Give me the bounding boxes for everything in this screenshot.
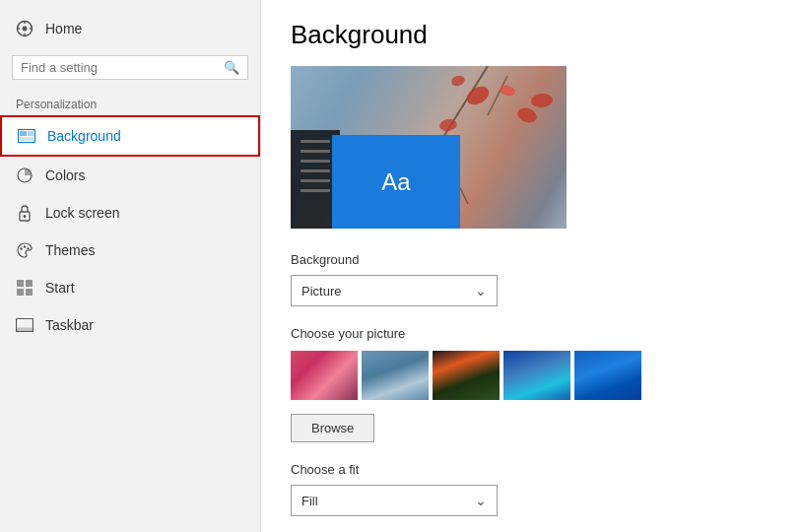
lock-icon <box>16 204 33 222</box>
taskbar-line <box>301 169 330 172</box>
svg-rect-18 <box>17 289 24 296</box>
svg-rect-17 <box>26 280 33 287</box>
taskbar-line <box>301 179 330 182</box>
taskbar-line <box>301 189 330 192</box>
svg-point-1 <box>23 27 28 32</box>
sidebar-item-background[interactable]: Background <box>0 115 260 157</box>
fit-label: Choose a fit <box>291 462 772 477</box>
background-dropdown-value: Picture <box>301 284 341 299</box>
search-input[interactable] <box>21 60 218 75</box>
search-icon: 🔍 <box>224 60 239 75</box>
section-label: Personalization <box>0 88 260 115</box>
svg-rect-16 <box>17 280 24 287</box>
sidebar-item-taskbar-label: Taskbar <box>45 317 94 333</box>
svg-point-15 <box>27 247 29 249</box>
sidebar-item-start-label: Start <box>45 280 75 296</box>
fit-dropdown[interactable]: Fill ⌄ <box>291 485 498 516</box>
svg-line-25 <box>488 76 507 115</box>
sidebar-item-lock-screen[interactable]: Lock screen <box>0 194 260 232</box>
svg-rect-9 <box>20 137 33 141</box>
chevron-down-icon: ⌄ <box>475 283 487 299</box>
sidebar-item-colors-label: Colors <box>45 167 85 183</box>
svg-point-13 <box>20 247 22 249</box>
svg-point-31 <box>530 93 553 108</box>
chevron-down-icon-fit: ⌄ <box>475 493 487 508</box>
svg-point-29 <box>499 84 516 98</box>
picture-thumbnail-3[interactable] <box>433 351 500 400</box>
svg-rect-21 <box>17 328 33 332</box>
themes-icon <box>16 241 33 259</box>
start-icon <box>16 279 33 297</box>
background-field-label: Background <box>291 252 772 267</box>
sidebar-item-home[interactable]: Home <box>0 10 260 47</box>
choose-picture-label: Choose your picture <box>291 326 772 341</box>
sidebar: Home 🔍 Personalization Background Colors <box>0 0 261 532</box>
sidebar-item-background-label: Background <box>47 128 121 144</box>
background-preview: Aa <box>291 66 567 229</box>
background-icon <box>18 127 35 145</box>
svg-point-27 <box>515 105 539 125</box>
svg-point-26 <box>464 83 493 108</box>
taskbar-line <box>301 140 330 143</box>
sidebar-item-lock-screen-label: Lock screen <box>45 205 119 221</box>
picture-thumbnail-2[interactable] <box>362 351 429 400</box>
taskbar-line <box>301 160 330 163</box>
main-content: Background <box>261 0 802 532</box>
sidebar-item-themes[interactable]: Themes <box>0 232 260 269</box>
sidebar-item-start[interactable]: Start <box>0 269 260 306</box>
preview-aa-text: Aa <box>381 168 410 196</box>
preview-window: Aa <box>332 135 460 229</box>
svg-rect-7 <box>20 131 27 136</box>
home-label: Home <box>45 21 82 36</box>
picture-grid <box>291 351 772 400</box>
page-title: Background <box>291 20 772 50</box>
sidebar-item-colors[interactable]: Colors <box>0 157 260 194</box>
picture-thumbnail-5[interactable] <box>574 351 641 400</box>
background-dropdown[interactable]: Picture ⌄ <box>291 275 498 306</box>
svg-rect-19 <box>26 289 33 296</box>
sidebar-item-taskbar[interactable]: Taskbar <box>0 306 260 344</box>
svg-rect-8 <box>28 131 33 136</box>
taskbar-icon <box>16 316 33 334</box>
picture-thumbnail-4[interactable] <box>503 351 570 400</box>
svg-point-12 <box>24 215 27 218</box>
colors-icon <box>16 166 33 184</box>
home-icon <box>16 20 33 37</box>
svg-point-30 <box>450 74 467 88</box>
fit-dropdown-value: Fill <box>301 494 318 508</box>
taskbar-line <box>301 150 330 153</box>
sidebar-item-themes-label: Themes <box>45 242 96 258</box>
svg-point-14 <box>24 245 26 247</box>
browse-button[interactable]: Browse <box>291 414 374 442</box>
picture-thumbnail-1[interactable] <box>291 351 358 400</box>
search-box[interactable]: 🔍 <box>12 55 248 80</box>
